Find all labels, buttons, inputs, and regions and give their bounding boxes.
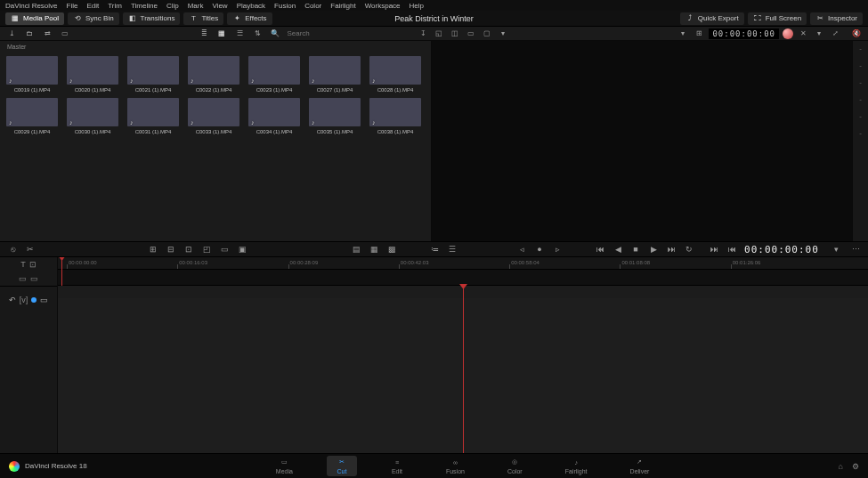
jump-end-button[interactable]: ⏭	[707, 243, 721, 255]
menu-fairlight[interactable]: Fairlight	[330, 2, 355, 10]
audio-track-toggle[interactable]: ▭	[30, 274, 38, 283]
menu-color[interactable]: Color	[304, 2, 321, 10]
track-lock-button[interactable]: ↶	[9, 296, 16, 304]
viewer-mode-1[interactable]: ◱	[433, 28, 445, 40]
track-color-dot[interactable]	[31, 297, 37, 303]
upper-ruler[interactable]: 00:00:00:0000:00:16:0300:00:28:0900:00:4…	[58, 257, 868, 270]
list-view-button[interactable]: ≣	[198, 28, 210, 40]
effects-toggle[interactable]: ✦ Effects	[227, 12, 272, 25]
bin-breadcrumb[interactable]: Master	[0, 41, 431, 53]
menu-workspace[interactable]: Workspace	[365, 2, 401, 10]
page-tab-cut[interactable]: ✂Cut	[327, 456, 357, 476]
playhead-lower[interactable]	[463, 286, 464, 453]
safe-area-button[interactable]: ⊞	[693, 28, 705, 40]
source-overwrite-button[interactable]: ▣	[235, 243, 249, 255]
menu-view[interactable]: View	[212, 2, 227, 10]
loop-button[interactable]: ↻	[682, 243, 696, 255]
timeline-dots-button[interactable]: ⋯	[848, 243, 863, 255]
media-pool-toggle[interactable]: ▦ Media Pool	[5, 12, 64, 25]
full-screen-button[interactable]: ⛶ Full Screen	[748, 12, 807, 25]
clip-item[interactable]: C0035 (1).MP4	[308, 98, 361, 134]
titles-toggle[interactable]: T Titles	[183, 12, 223, 25]
transitions-toggle[interactable]: ◧ Transitions	[123, 12, 181, 25]
menu-clip[interactable]: Clip	[166, 2, 179, 10]
thumb-view-button[interactable]: ▦	[215, 28, 228, 40]
smart-insert-button[interactable]: ⊞	[146, 243, 160, 255]
track-enable-button[interactable]: [v]	[20, 296, 28, 304]
audio-mute-button[interactable]: 🔇	[850, 28, 863, 40]
sort-order-button[interactable]: ↧	[417, 28, 429, 40]
menu-timeline[interactable]: Timeline	[131, 2, 158, 10]
next-edit-button[interactable]: ⏮	[725, 243, 739, 255]
menu-fusion[interactable]: Fusion	[274, 2, 296, 10]
home-button[interactable]: ⌂	[839, 462, 843, 471]
step-forward-button[interactable]: ⏭	[664, 243, 678, 255]
place-on-top-button[interactable]: ▭	[217, 243, 231, 255]
clip-item[interactable]: C0031 (1).MP4	[126, 98, 180, 134]
video-track-toggle[interactable]: ▭	[19, 274, 27, 283]
timeline-timecode[interactable]: 00:00:00:00	[744, 244, 819, 255]
strip-view-button[interactable]: ☰	[233, 28, 246, 40]
viewer-dropdown[interactable]: ▾	[497, 28, 509, 40]
playhead-upper[interactable]	[61, 257, 62, 286]
track-view-button[interactable]: ▭	[40, 296, 48, 304]
menu-help[interactable]: Help	[410, 2, 424, 10]
menu-edit[interactable]: Edit	[86, 2, 99, 10]
timecode-menu-button[interactable]: ▾	[830, 243, 844, 255]
step-back-button[interactable]: ◀	[611, 243, 625, 255]
timeline-tracks[interactable]: 00:00:00:0000:00:16:0300:00:28:0900:00:4…	[58, 257, 868, 453]
sync-bin-toggle[interactable]: ⟲ Sync Bin	[68, 12, 119, 25]
import-media-button[interactable]: ⤓	[5, 28, 18, 40]
viewer-mode-3[interactable]: ▭	[465, 28, 477, 40]
clip-item[interactable]: C0020 (1).MP4	[66, 56, 119, 93]
clip-item[interactable]: C0027 (1).MP4	[308, 56, 361, 93]
viewer-mode-2[interactable]: ◫	[449, 28, 461, 40]
clip-item[interactable]: C0030 (1).MP4	[66, 98, 119, 134]
lock-all-icon[interactable]: T	[20, 260, 26, 269]
clip-item[interactable]: C0034 (1).MP4	[247, 98, 301, 134]
clip-item[interactable]: C0021 (1).MP4	[126, 56, 180, 93]
upper-track-lane[interactable]	[58, 270, 868, 286]
marker-next-button[interactable]: ▹	[550, 243, 564, 255]
timeline-view-medium[interactable]: ▦	[367, 243, 381, 255]
timeline-menu-button[interactable]: ☰	[445, 243, 459, 255]
clip-item[interactable]: C0028 (1).MP4	[369, 56, 422, 93]
bypass-button[interactable]: ✕	[797, 28, 809, 40]
stop-button[interactable]: ■	[629, 243, 643, 255]
expand-viewer-button[interactable]: ⤢	[829, 28, 841, 40]
menu-playback[interactable]: Playback	[237, 2, 265, 10]
clip-item[interactable]: C0019 (1).MP4	[5, 56, 59, 93]
inspector-toggle[interactable]: ✂ Inspector	[810, 12, 863, 25]
sync-lock-icon[interactable]: ⊡	[29, 260, 37, 269]
split-clip-button[interactable]: ✂	[23, 243, 37, 255]
page-tab-fusion[interactable]: ∞Fusion	[437, 456, 474, 476]
page-tab-deliver[interactable]: ↗Deliver	[621, 456, 659, 476]
viewer-canvas[interactable]	[432, 41, 852, 241]
boring-detector-button[interactable]: ⎋	[5, 243, 20, 255]
resolution-dropdown[interactable]: ▾	[677, 28, 689, 40]
close-up-button[interactable]: ◰	[199, 243, 214, 255]
menu-file[interactable]: File	[67, 2, 78, 10]
clip-item[interactable]: C0022 (1).MP4	[187, 56, 240, 93]
timeline-options-button[interactable]: ≔	[427, 243, 442, 255]
jump-start-button[interactable]: ⏮	[593, 243, 607, 255]
menu-mark[interactable]: Mark	[188, 2, 204, 10]
viewer-aspect-button[interactable]: ▢	[481, 28, 493, 40]
project-settings-button[interactable]: ⚙	[852, 462, 859, 471]
page-tab-media[interactable]: ▭Media	[267, 456, 302, 476]
user-avatar[interactable]	[783, 28, 793, 39]
ripple-overwrite-button[interactable]: ⊡	[182, 243, 196, 255]
sort-button[interactable]: ⇅	[251, 28, 264, 40]
page-tab-edit[interactable]: ≡Edit	[382, 456, 412, 476]
timeline-view-small[interactable]: ▤	[349, 243, 363, 255]
clip-item[interactable]: C0033 (1).MP4	[187, 98, 240, 134]
import-folder-button[interactable]: 🗀	[23, 28, 36, 40]
menu-davinci-resolve[interactable]: DaVinci Resolve	[5, 2, 58, 10]
play-button[interactable]: ▶	[646, 243, 661, 255]
clip-item[interactable]: C0029 (1).MP4	[5, 98, 59, 134]
quick-export-button[interactable]: ⤴ Quick Export	[680, 12, 744, 25]
page-tab-color[interactable]: ◎Color	[499, 456, 531, 476]
page-tab-fairlight[interactable]: ♪Fairlight	[556, 456, 596, 476]
sync-button[interactable]: ⇄	[41, 28, 53, 40]
clip-item[interactable]: C0038 (1).MP4	[369, 98, 422, 134]
